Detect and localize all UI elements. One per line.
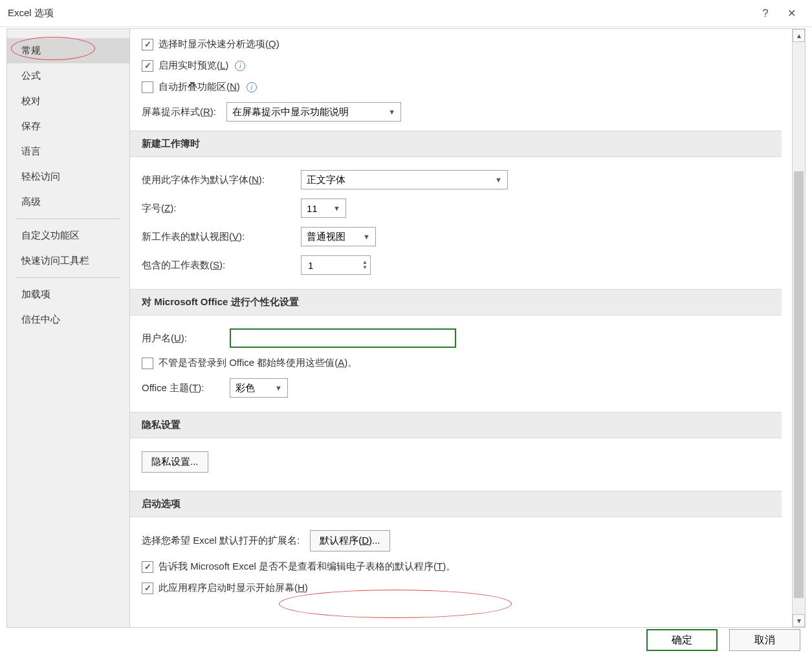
nav-general[interactable]: 常规	[7, 38, 129, 63]
label-sheet-count: 包含的工作表数(S):	[142, 259, 291, 272]
nav-language[interactable]: 语言	[7, 139, 129, 164]
nav-proofing[interactable]: 校对	[7, 89, 129, 114]
section-startup: 启动选项	[130, 491, 782, 517]
section-privacy: 隐私设置	[130, 412, 782, 438]
close-icon[interactable]: ✕	[778, 7, 804, 19]
nav-quick-access-toolbar[interactable]: 快速访问工具栏	[7, 248, 129, 273]
label-username: 用户名(U):	[142, 332, 219, 345]
nav-save[interactable]: 保存	[7, 114, 129, 139]
section-personalize: 对 Microsoft Office 进行个性化设置	[130, 289, 782, 316]
chevron-down-icon: ▼	[325, 204, 340, 212]
info-icon[interactable]: i	[247, 82, 257, 92]
checkbox-show-start-screen[interactable]	[142, 583, 153, 594]
nav-addins[interactable]: 加载项	[7, 282, 129, 307]
window-title: Excel 选项	[8, 7, 54, 19]
checkbox-auto-collapse[interactable]	[142, 81, 153, 93]
label-office-theme: Office 主题(T):	[142, 382, 219, 394]
input-username[interactable]	[230, 328, 456, 348]
chevron-down-icon: ▼	[355, 233, 370, 241]
ok-button[interactable]: 确定	[646, 629, 718, 651]
scroll-up-icon[interactable]: ▴	[793, 29, 805, 42]
label-default-extensions: 选择您希望 Excel 默认打开的扩展名:	[142, 535, 300, 547]
chevron-down-icon[interactable]: ▼	[362, 265, 368, 270]
titlebar: Excel 选项 ? ✕	[0, 0, 812, 27]
spinner-sheet-count[interactable]: 1▲▼	[301, 255, 371, 275]
vertical-scrollbar[interactable]: ▴ ▾	[792, 29, 805, 627]
nav-ease-of-access[interactable]: 轻松访问	[7, 164, 129, 189]
checkbox-live-preview[interactable]	[142, 60, 153, 72]
label-quick-analysis: 选择时显示快速分析选项(Q)	[159, 38, 280, 50]
nav-customize-ribbon[interactable]: 自定义功能区	[7, 223, 129, 248]
select-screentip-style[interactable]: 在屏幕提示中显示功能说明▼	[226, 102, 401, 122]
cancel-button[interactable]: 取消	[729, 629, 800, 651]
select-default-font[interactable]: 正文字体▼	[301, 170, 508, 189]
section-new-workbook: 新建工作簿时	[130, 131, 782, 157]
label-default-view: 新工作表的默认视图(V):	[142, 231, 291, 243]
label-auto-collapse: 自动折叠功能区(N)	[159, 81, 240, 93]
scroll-down-icon[interactable]: ▾	[793, 614, 805, 627]
select-font-size[interactable]: 11▼	[301, 198, 346, 218]
label-always-use-values: 不管是否登录到 Office 都始终使用这些值(A)。	[159, 357, 357, 369]
help-icon[interactable]: ?	[752, 7, 778, 20]
label-live-preview: 启用实时预览(L)	[159, 59, 228, 72]
label-show-start-screen: 此应用程序启动时显示开始屏幕(H)	[159, 582, 308, 594]
sidebar: 常规 公式 校对 保存 语言 轻松访问 高级 自定义功能区 快速访问工具栏 加载…	[7, 29, 130, 627]
select-default-view[interactable]: 普通视图▼	[301, 227, 376, 246]
info-icon[interactable]: i	[235, 61, 245, 71]
scrollbar-thumb[interactable]	[794, 171, 804, 598]
label-tell-me-default: 告诉我 Microsoft Excel 是否不是查看和编辑电子表格的默认程序(T…	[159, 561, 455, 573]
privacy-settings-button[interactable]: 隐私设置...	[142, 451, 208, 473]
nav-trust-center[interactable]: 信任中心	[7, 307, 129, 332]
chevron-down-icon: ▼	[267, 384, 282, 392]
dialog-footer: 确定 取消	[0, 627, 812, 653]
checkbox-tell-me-default[interactable]	[142, 561, 153, 573]
label-default-font: 使用此字体作为默认字体(N):	[142, 174, 291, 186]
select-office-theme[interactable]: 彩色▼	[230, 378, 288, 398]
chevron-down-icon: ▼	[380, 108, 395, 116]
checkbox-quick-analysis[interactable]	[142, 39, 153, 50]
label-font-size: 字号(Z):	[142, 202, 291, 215]
nav-advanced[interactable]: 高级	[7, 189, 129, 215]
label-screentip-style: 屏幕提示样式(R):	[142, 106, 216, 118]
chevron-down-icon: ▼	[487, 176, 502, 184]
content-panel: 选择时显示快速分析选项(Q) 启用实时预览(L) i 自动折叠功能区(N) i …	[130, 29, 792, 627]
nav-formulas[interactable]: 公式	[7, 63, 129, 89]
checkbox-always-use-values[interactable]	[142, 358, 153, 369]
default-programs-button[interactable]: 默认程序(D)...	[310, 530, 390, 551]
